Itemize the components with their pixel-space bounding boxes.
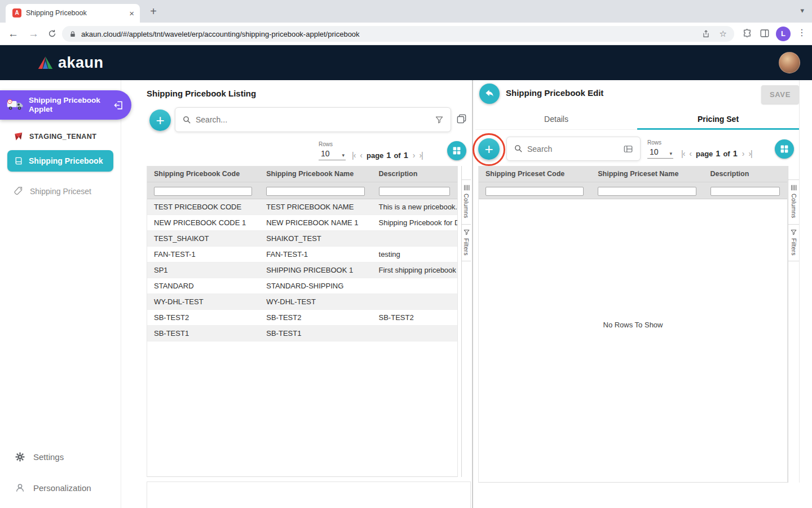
extensions-icon[interactable] [742, 28, 752, 38]
edit-tabs: Details Pricing Set [475, 110, 799, 130]
pricebook-search-box[interactable] [175, 107, 451, 132]
browser-forward-icon[interactable]: → [28, 28, 39, 40]
sidebar-item-label: Personalization [33, 483, 91, 493]
grid-view-button[interactable] [447, 141, 466, 160]
table-row[interactable]: TEST_SHAIKOT SHAIKOT_TEST [147, 231, 457, 247]
column-header-priceset-code[interactable]: Shipping Priceset Code [479, 166, 591, 182]
browser-reload-icon[interactable] [47, 29, 57, 41]
lock-icon[interactable] [69, 30, 76, 38]
share-icon[interactable] [701, 29, 710, 38]
filter-input-description[interactable] [379, 187, 450, 196]
table-header-row: Shipping Pricebook Code Shipping Pricebo… [147, 166, 457, 182]
pricebook-search-input[interactable] [196, 115, 435, 124]
columns-tab[interactable]: Columns [462, 179, 471, 225]
bookmark-star-icon[interactable]: ☆ [720, 29, 727, 39]
next-page-button[interactable]: › [413, 151, 415, 160]
address-bar[interactable]: akaun.cloud/#/applets/tnt/wavelet/erp/ac… [62, 26, 734, 42]
exit-applet-icon[interactable] [113, 100, 124, 111]
side-panel-icon[interactable] [760, 28, 770, 38]
last-page-button[interactable]: ›| [419, 151, 422, 160]
sidebar-item-shipping-priceset[interactable]: Shipping Priceset [14, 186, 91, 196]
delivery-truck-icon [7, 98, 24, 112]
filter-input-priceset-name[interactable] [598, 187, 696, 196]
column-header-pricebook-code[interactable]: Shipping Pricebook Code [147, 166, 259, 182]
tab-close-icon[interactable]: × [129, 4, 134, 23]
save-button[interactable]: SAVE [761, 85, 799, 104]
rows-per-page-select[interactable]: 10 ▾ [319, 148, 346, 160]
duplicate-view-icon[interactable] [456, 113, 467, 124]
first-page-button[interactable]: |‹ [352, 151, 355, 160]
browser-tab[interactable]: A Shipping Pricebook × [6, 4, 140, 23]
tab-details[interactable]: Details [475, 110, 637, 129]
applet-switcher[interactable]: Shipping Pricebook Applet [0, 90, 131, 120]
cell-description: Shipping Pricebook for D [372, 218, 457, 227]
cell-name: SHIPPING PRICEBOOK 1 [259, 266, 372, 274]
favicon-letter: A [15, 10, 19, 16]
priceset-search-box[interactable] [506, 137, 641, 161]
new-tab-button[interactable]: + [147, 5, 160, 18]
empty-table-message: No Rows To Show [478, 321, 788, 329]
table-row[interactable]: STANDARD STANDARD-SHIPPING [147, 278, 457, 294]
tenant-selector[interactable]: STAGING_TENANT [14, 132, 96, 142]
user-avatar[interactable] [779, 52, 800, 73]
prev-page-button[interactable]: ‹ [360, 151, 362, 160]
filter-input-description[interactable] [710, 187, 780, 196]
edit-panel-right-border [799, 80, 800, 483]
cell-code: SB-TEST1 [147, 329, 259, 338]
table-row[interactable]: NEW PRICEBOOK CODE 1 NEW PRICEBOOK NAME … [147, 215, 457, 231]
filter-input-priceset-code[interactable] [486, 187, 584, 196]
table-view-icon[interactable] [623, 144, 633, 154]
tab-title: Shipping Pricebook [26, 4, 87, 23]
filters-tab-label: Filters [791, 238, 797, 256]
page-word: page [696, 150, 713, 158]
chevron-down-icon: ▾ [342, 152, 345, 158]
priceset-search-input[interactable] [527, 144, 623, 154]
tab-pricing-set[interactable]: Pricing Set [637, 110, 799, 129]
filter-input-pricebook-code[interactable] [154, 187, 252, 196]
sidebar-item-personalization[interactable]: Personalization [15, 483, 91, 493]
next-page-button[interactable]: › [742, 149, 744, 158]
book-icon [14, 156, 23, 165]
column-header-description[interactable]: Description [372, 166, 457, 182]
columns-tab[interactable]: Columns [788, 179, 799, 225]
filter-funnel-icon[interactable] [435, 115, 444, 124]
column-header-description[interactable]: Description [704, 166, 787, 182]
cell-code: NEW PRICEBOOK CODE 1 [147, 218, 259, 227]
prev-page-button[interactable]: ‹ [689, 149, 691, 158]
back-arrow-icon [484, 88, 495, 99]
add-pricebook-button[interactable]: + [149, 110, 171, 131]
cell-code: TEST PRICEBOOK CODE [147, 203, 259, 211]
table-filter-row [479, 182, 787, 199]
table-row[interactable]: TEST PRICEBOOK CODE TEST PRICEBOOK NAME … [147, 199, 457, 215]
columns-icon [791, 185, 797, 191]
tab-list-chevron-icon[interactable]: ▾ [800, 6, 804, 15]
browser-menu-icon[interactable]: ⋮ [797, 27, 806, 38]
table-row[interactable]: SB-TEST1 SB-TEST1 [147, 326, 457, 341]
filter-input-pricebook-name[interactable] [266, 187, 364, 196]
grid-view-button[interactable] [775, 139, 794, 159]
browser-back-icon[interactable]: ← [8, 28, 19, 40]
filters-tab[interactable]: Filters [462, 225, 471, 262]
filters-tab[interactable]: Filters [788, 225, 799, 262]
column-header-priceset-name[interactable]: Shipping Priceset Name [591, 166, 703, 182]
column-header-pricebook-name[interactable]: Shipping Pricebook Name [259, 166, 372, 182]
table-row[interactable]: WY-DHL-TEST WY-DHL-TEST [147, 294, 457, 310]
filters-tab-label: Filters [463, 238, 470, 256]
columns-icon [464, 185, 470, 191]
table-row[interactable]: SP1 SHIPPING PRICEBOOK 1 First shipping … [147, 262, 457, 278]
search-icon [183, 116, 191, 124]
rows-per-page-select[interactable]: 10 ▾ [647, 147, 673, 159]
listing-scroll-strip [147, 481, 471, 508]
table-row[interactable]: FAN-TEST-1 FAN-TEST-1 testing [147, 247, 457, 262]
back-button[interactable] [479, 84, 500, 104]
sidebar-item-shipping-pricebook[interactable]: Shipping Pricebook [7, 150, 113, 172]
profile-avatar[interactable]: L [776, 27, 791, 41]
rows-label: Rows [319, 141, 333, 147]
akaun-logo[interactable]: akaun [37, 45, 104, 80]
sidebar-item-settings[interactable]: Settings [15, 452, 64, 462]
first-page-button[interactable]: |‹ [681, 149, 685, 158]
table-row[interactable]: SB-TEST2 SB-TEST2 SB-TEST2 [147, 310, 457, 326]
chevron-down-icon: ▾ [669, 151, 672, 156]
cell-name: NEW PRICEBOOK NAME 1 [259, 218, 372, 227]
last-page-button[interactable]: ›| [748, 149, 752, 158]
